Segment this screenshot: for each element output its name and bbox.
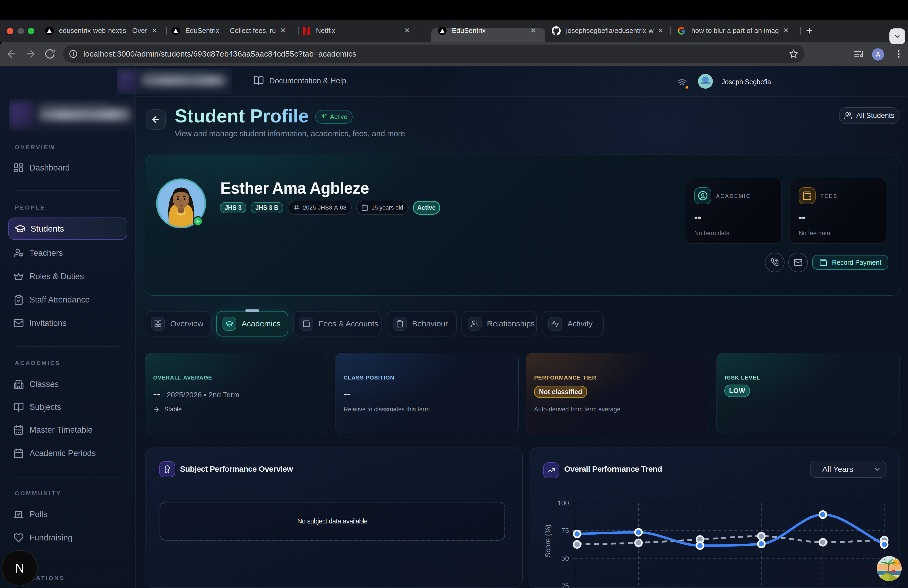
svg-text:Score (%): Score (%) bbox=[544, 525, 552, 557]
svg-text:25: 25 bbox=[561, 582, 569, 588]
svg-text:75: 75 bbox=[561, 527, 569, 535]
svg-text:100: 100 bbox=[557, 499, 569, 507]
svg-text:50: 50 bbox=[561, 554, 569, 562]
